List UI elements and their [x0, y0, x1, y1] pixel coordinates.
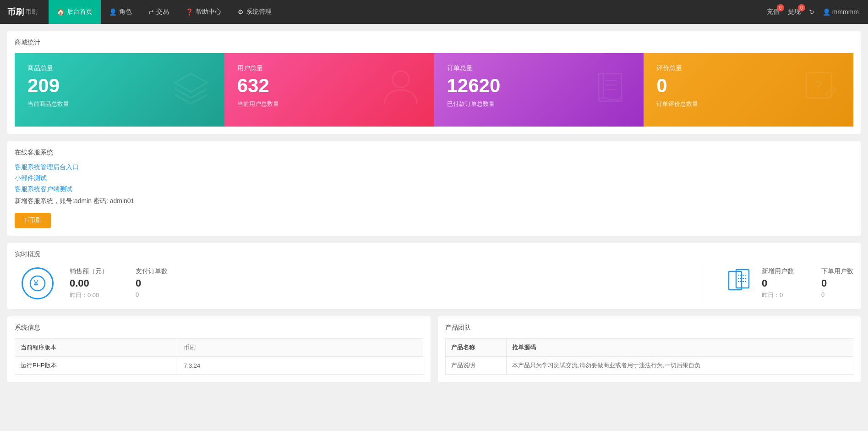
orders-prev: 0: [136, 291, 168, 298]
nav-item-home-label: 后台首页: [67, 8, 93, 16]
yen-icon: ¥: [22, 267, 54, 299]
help-icon: ❓: [186, 8, 193, 16]
realtime-title: 实时概况: [15, 250, 853, 259]
svg-point-0: [393, 71, 409, 88]
order-users-value: 0: [821, 277, 853, 289]
nav-item-home[interactable]: 🏠 后台首页: [49, 0, 101, 24]
product-team-table: 产品名称 抢单源码 产品说明 本产品只为学习测试交流,请勿要做商业或者用于违法行…: [445, 338, 854, 375]
stat-card-order: 订单总量 12620 已付款订单总数量: [434, 53, 644, 127]
sys-info-key-version: 当前程序版本: [15, 339, 178, 357]
recharge-badge: 0: [777, 4, 784, 11]
bottom-grid: 系统信息 当前程序版本 币刷 运行PHP版本 7.3.24 产品团队 产品名称: [7, 316, 861, 382]
question-edit-icon: ?: [799, 69, 841, 111]
shop-stats-section: 商城统计 商品总量 209 当前商品总数量: [7, 31, 861, 134]
svg-text:?: ?: [814, 77, 822, 93]
product-team-section: 产品团队 产品名称 抢单源码 产品说明 本产品只为学习测试交流,请勿要做商业或者…: [438, 316, 861, 382]
table-row: 产品说明 本产品只为学习测试交流,请勿要做商业或者用于违法行为,一切后果自负: [445, 357, 853, 375]
nav-item-system-label: 系统管理: [246, 8, 272, 16]
realtime-right-stats: 新增用户数 0 昨日：0 下单用户数 0 0: [762, 267, 853, 299]
brand-sub-text: 币刷: [26, 8, 38, 16]
sys-info-value-php: 7.3.24: [178, 357, 423, 375]
user-info: 👤 mmmmm: [823, 8, 859, 16]
role-icon: 👤: [109, 8, 117, 16]
realtime-content: ¥ 销售额（元） 0.00 昨日：0.00 支付订单数 0 0: [15, 265, 853, 302]
stat-card-review: 评价总量 0 订单评价总数量 ?: [644, 53, 853, 127]
realtime-divider: [702, 265, 702, 302]
realtime-stat-orders: 支付订单数 0 0: [136, 267, 168, 299]
online-service-title: 在线客服系统: [15, 149, 853, 157]
trade-icon: ⇄: [148, 8, 154, 16]
stat-card-user: 用户总量 632 当前用户总数量: [224, 53, 434, 127]
main-content: 商城统计 商品总量 209 当前商品总数量: [0, 24, 868, 389]
product-desc-key: 产品说明: [445, 357, 507, 375]
stat-card-product: 商品总量 209 当前商品总数量: [15, 53, 224, 127]
sales-label: 销售额（元）: [70, 267, 108, 276]
new-users-label: 新增用户数: [762, 267, 794, 276]
nav-menu: 🏠 后台首页 👤 角色 ⇄ 交易 ❓ 帮助中心 ⚙ 系统管理: [49, 0, 280, 24]
order-users-prev: 0: [821, 291, 853, 298]
username: mmmmm: [832, 8, 859, 16]
realtime-section: 实时概况 ¥ 销售额（元） 0.00 昨日：0.00: [7, 243, 861, 309]
realtime-left-stats: 销售额（元） 0.00 昨日：0.00 支付订单数 0 0: [60, 267, 688, 299]
new-users-prev: 昨日：0: [762, 291, 794, 299]
card-icon: [725, 267, 753, 300]
svg-rect-5: [729, 271, 742, 290]
product-table-head: 产品名称 抢单源码: [445, 339, 853, 357]
nav-item-role-label: 角色: [119, 8, 132, 16]
user-icon: [380, 68, 421, 112]
product-col-source: 抢单源码: [507, 339, 853, 357]
sys-info-key-php: 运行PHP版本: [15, 357, 178, 375]
realtime-right-icon-block: [716, 267, 762, 300]
stat-cards: 商品总量 209 当前商品总数量 用户总量 632 当前用户总: [15, 53, 853, 127]
service-link-widget[interactable]: 小部件测试: [15, 174, 853, 182]
realtime-stat-sales: 销售额（元） 0.00 昨日：0.00: [70, 267, 108, 299]
online-service-section: 在线客服系统 客服系统管理后台入口 小部件测试 客服系统客户端测试 新增客服系统…: [7, 141, 861, 236]
nav-item-help-label: 帮助中心: [196, 8, 221, 16]
service-link-backend[interactable]: 客服系统管理后台入口: [15, 163, 853, 171]
svg-text:¥: ¥: [33, 278, 39, 288]
product-desc-value: 本产品只为学习测试交流,请勿要做商业或者用于违法行为,一切后果自负: [507, 357, 853, 375]
orders-label: 支付订单数: [136, 267, 168, 276]
system-info-table: 当前程序版本 币刷 运行PHP版本 7.3.24: [15, 338, 423, 375]
brand-logo: 币刷 币刷: [7, 6, 45, 17]
withdraw-badge: 0: [798, 4, 805, 11]
realtime-stat-order-users: 下单用户数 0 0: [821, 267, 853, 299]
home-icon: 🏠: [57, 8, 65, 16]
layers-icon: [170, 69, 212, 111]
system-info-title: 系统信息: [15, 324, 423, 332]
shop-stats-title: 商城统计: [15, 39, 853, 47]
order-users-label: 下单用户数: [821, 267, 853, 276]
refresh-button[interactable]: ↻: [809, 8, 814, 16]
sales-value: 0.00: [70, 277, 108, 289]
product-col-name: 产品名称: [445, 339, 507, 357]
navbar: 币刷 币刷 🏠 后台首页 👤 角色 ⇄ 交易 ❓ 帮助中心 ⚙ 系统管理 充值 …: [0, 0, 868, 24]
orders-value: 0: [136, 277, 168, 289]
nav-item-help[interactable]: ❓ 帮助中心: [177, 0, 229, 24]
sys-info-value-version: 币刷: [178, 339, 423, 357]
ti-coin-button[interactable]: Ti币刷: [15, 213, 51, 228]
brand-text: 币刷: [7, 6, 24, 17]
user-icon: 👤: [823, 8, 830, 16]
nav-item-role[interactable]: 👤 角色: [101, 0, 140, 24]
withdraw-button[interactable]: 提现 0: [788, 8, 801, 16]
product-table-body: 产品说明 本产品只为学习测试交流,请勿要做商业或者用于违法行为,一切后果自负: [445, 357, 853, 375]
nav-item-trade-label: 交易: [156, 8, 169, 16]
product-table-header-row: 产品名称 抢单源码: [445, 339, 853, 357]
navbar-right: 充值 0 提现 0 ↻ 👤 mmmmm: [767, 8, 868, 16]
book-icon: [590, 69, 631, 111]
system-info-section: 系统信息 当前程序版本 币刷 运行PHP版本 7.3.24: [7, 316, 431, 382]
system-icon: ⚙: [238, 8, 244, 16]
realtime-left-icon-block: ¥: [15, 267, 60, 299]
table-row: 运行PHP版本 7.3.24: [15, 357, 423, 375]
service-links: 客服系统管理后台入口 小部件测试 客服系统客户端测试: [15, 163, 853, 193]
nav-item-system[interactable]: ⚙ 系统管理: [229, 0, 280, 24]
realtime-stat-new-users: 新增用户数 0 昨日：0: [762, 267, 794, 299]
service-account: 新增客服系统，账号:admin 密码: admin01: [15, 197, 853, 205]
service-link-client[interactable]: 客服系统客户端测试: [15, 185, 853, 193]
nav-item-trade[interactable]: ⇄ 交易: [140, 0, 177, 24]
table-row: 当前程序版本 币刷: [15, 339, 423, 357]
recharge-button[interactable]: 充值 0: [767, 8, 780, 16]
refresh-icon: ↻: [809, 8, 814, 16]
product-team-title: 产品团队: [445, 324, 854, 332]
new-users-value: 0: [762, 277, 794, 289]
